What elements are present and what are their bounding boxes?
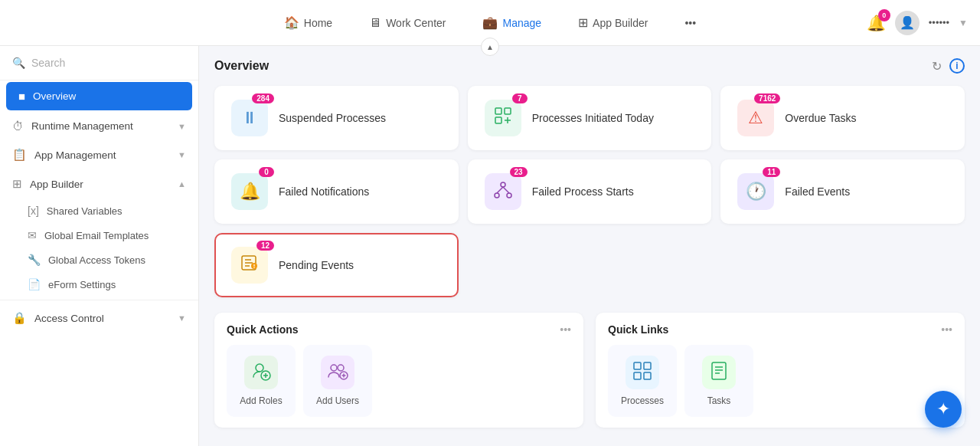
quick-links-title: Quick Links bbox=[608, 323, 668, 336]
user-avatar[interactable]: 👤 bbox=[895, 11, 920, 35]
overdue-badge: 7162 bbox=[754, 93, 780, 103]
tasks-label: Tasks bbox=[707, 395, 731, 406]
sidebar-item-appbuilder[interactable]: ⊞ App Builder ▲ bbox=[0, 169, 198, 198]
grid-icon: ⊞ bbox=[578, 15, 588, 30]
svg-point-5 bbox=[501, 182, 505, 187]
sidebar-accesscontrol-label: Access Control bbox=[34, 313, 104, 324]
appbuilder-arrow-icon: ▲ bbox=[178, 179, 186, 189]
fab-button[interactable]: ✦ bbox=[925, 391, 962, 428]
network-icon bbox=[493, 180, 513, 204]
appmanagement-icon: 📋 bbox=[12, 148, 27, 162]
quick-link-tasks[interactable]: Tasks bbox=[684, 345, 753, 417]
user-dropdown-icon[interactable]: ▼ bbox=[959, 18, 968, 28]
sidebar-item-emailtemplates[interactable]: ✉ Global Email Templates bbox=[28, 223, 198, 248]
nav-more-label: ••• bbox=[684, 17, 696, 29]
card-pending-events[interactable]: 12 Pending Events bbox=[214, 233, 459, 297]
overdue-icon-wrap: ⚠ 7162 bbox=[737, 100, 774, 136]
pending-events-icon bbox=[240, 253, 260, 277]
overdue-label: Overdue Tasks bbox=[785, 112, 856, 124]
card-suspended[interactable]: ⏸ 284 Suspended Processes bbox=[214, 86, 459, 150]
sidebar-item-accesstokens[interactable]: 🔧 Global Access Tokens bbox=[28, 248, 198, 272]
overview-icon: ■ bbox=[18, 90, 25, 103]
add-users-icon-wrap bbox=[321, 356, 354, 389]
info-icon[interactable]: i bbox=[949, 58, 965, 74]
main-content: Overview ↻ i ⏸ 284 Suspended Processes bbox=[199, 46, 980, 446]
notification-bell[interactable]: 🔔 0 bbox=[867, 14, 886, 32]
sidebar-accesstokens-label: Global Access Tokens bbox=[48, 254, 145, 266]
avatar-icon: 👤 bbox=[900, 15, 915, 30]
svg-point-16 bbox=[253, 267, 255, 268]
quick-links-more[interactable]: ••• bbox=[941, 323, 952, 336]
overdue-icon: ⚠ bbox=[748, 108, 763, 128]
nav-home[interactable]: 🏠 Home bbox=[278, 12, 338, 33]
nav-workcenter[interactable]: 🖥 Work Center bbox=[363, 13, 452, 33]
nav-appbuilder[interactable]: ⊞ App Builder bbox=[572, 12, 654, 33]
suspended-icon-wrap: ⏸ 284 bbox=[231, 100, 268, 136]
sidebar-item-runtime[interactable]: ⏱ Runtime Management ▼ bbox=[0, 112, 198, 140]
token-icon: 🔧 bbox=[28, 254, 41, 266]
add-roles-icon-wrap bbox=[244, 356, 278, 389]
main-layout: 🔍 Search ■ Overview ⏱ Runtime Management… bbox=[0, 46, 980, 446]
nav-more[interactable]: ••• bbox=[678, 14, 702, 32]
quick-link-processes[interactable]: Processes bbox=[608, 345, 677, 417]
svg-point-22 bbox=[338, 365, 344, 371]
sidebar-eformsettings-label: eForm Settings bbox=[48, 279, 116, 290]
quick-action-add-roles[interactable]: Add Roles bbox=[227, 345, 296, 417]
svg-point-21 bbox=[331, 365, 337, 371]
appmanagement-arrow-icon: ▼ bbox=[178, 150, 186, 159]
failed-notif-label: Failed Notifications bbox=[279, 185, 369, 198]
runtime-icon: ⏱ bbox=[12, 120, 24, 133]
svg-point-7 bbox=[507, 193, 511, 198]
overview-actions: ↻ i bbox=[932, 58, 965, 74]
briefcase-icon: 💼 bbox=[482, 15, 498, 30]
initiated-label: Processes Initiated Today bbox=[532, 112, 654, 124]
sidebar-item-appmanagement[interactable]: 📋 App Management ▼ bbox=[0, 140, 198, 169]
card-failed-starts[interactable]: 23 Failed Process Starts bbox=[468, 159, 712, 224]
nav-items: 🏠 Home 🖥 Work Center 💼 Manage ⊞ App Buil… bbox=[278, 12, 702, 33]
sidebar-item-eformsettings[interactable]: 📄 eForm Settings bbox=[28, 272, 198, 297]
card-overdue[interactable]: ⚠ 7162 Overdue Tasks bbox=[720, 86, 965, 150]
overview-header: Overview ↻ i bbox=[214, 58, 965, 74]
overview-cards: ⏸ 284 Suspended Processes bbox=[214, 86, 965, 297]
nav-manage[interactable]: 💼 Manage bbox=[476, 12, 547, 33]
card-initiated[interactable]: 7 Processes Initiated Today bbox=[468, 86, 712, 150]
bell-notif-icon: 🔔 bbox=[240, 182, 260, 202]
email-icon: ✉ bbox=[28, 229, 37, 241]
quick-actions-title: Quick Actions bbox=[227, 323, 299, 336]
sidebar-item-accesscontrol[interactable]: 🔒 Access Control ▼ bbox=[0, 303, 198, 333]
sidebar-sharedvars-label: Shared Variables bbox=[47, 205, 122, 217]
card-failed-notif[interactable]: 🔔 0 Failed Notifications bbox=[214, 159, 459, 224]
processes-icon-wrap bbox=[626, 356, 659, 389]
quick-actions-more[interactable]: ••• bbox=[560, 323, 571, 336]
svg-rect-1 bbox=[505, 108, 511, 114]
quick-links-grid: Processes bbox=[608, 345, 952, 417]
bell-badge: 0 bbox=[878, 9, 890, 21]
add-users-icon bbox=[327, 360, 348, 385]
nav-appbuilder-label: App Builder bbox=[593, 17, 648, 29]
failed-events-icon-wrap: 🕐 11 bbox=[737, 173, 774, 210]
refresh-icon[interactable]: ↻ bbox=[932, 59, 942, 74]
processes-label: Processes bbox=[621, 395, 664, 406]
suspended-label: Suspended Processes bbox=[279, 112, 386, 124]
initiated-badge: 7 bbox=[512, 93, 528, 103]
eform-icon: 📄 bbox=[28, 278, 41, 290]
collapse-nav-button[interactable]: ▲ bbox=[481, 38, 499, 56]
initiated-icon-wrap: 7 bbox=[485, 100, 521, 136]
quick-action-add-users[interactable]: Add Users bbox=[303, 345, 372, 417]
home-icon: 🏠 bbox=[284, 15, 299, 30]
failed-starts-badge: 23 bbox=[510, 167, 528, 177]
nav-home-label: Home bbox=[304, 17, 332, 29]
svg-rect-0 bbox=[495, 108, 501, 114]
search-placeholder: Search bbox=[31, 57, 65, 69]
card-failed-events[interactable]: 🕐 11 Failed Events bbox=[720, 159, 965, 224]
user-name: •••••• bbox=[929, 17, 949, 28]
top-navigation: 🏠 Home 🖥 Work Center 💼 Manage ⊞ App Buil… bbox=[0, 0, 980, 46]
sidebar-item-overview[interactable]: ■ Overview bbox=[6, 82, 192, 110]
sidebar-item-sharedvars[interactable]: [x] Shared Variables bbox=[28, 198, 198, 223]
overview-title: Overview bbox=[214, 59, 269, 73]
sidebar-search[interactable]: 🔍 Search bbox=[0, 46, 198, 80]
pending-events-label: Pending Events bbox=[279, 259, 354, 271]
quick-links-header: Quick Links ••• bbox=[608, 323, 952, 336]
failed-starts-label: Failed Process Starts bbox=[532, 185, 634, 198]
quick-row: Quick Actions ••• bbox=[214, 313, 965, 428]
